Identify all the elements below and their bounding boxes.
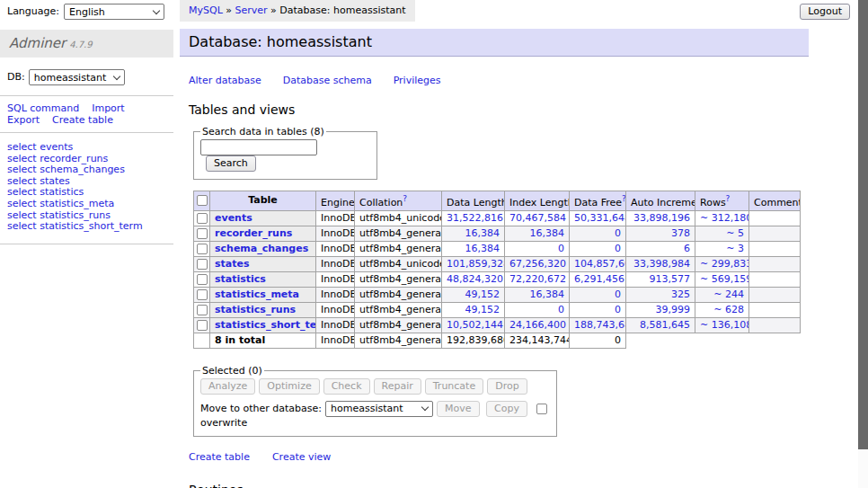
rows-link[interactable]: ~ 3 (726, 243, 744, 254)
data-free-link[interactable]: 0 (615, 304, 621, 315)
rows-link[interactable]: ~ 569,159 (700, 273, 749, 285)
data-free-link[interactable]: 0 (615, 288, 621, 300)
index-length-link[interactable]: 16,384 (530, 227, 565, 239)
rows-link[interactable]: ~ 244 (713, 288, 744, 300)
index-length-link[interactable]: 72,220,672 (509, 273, 566, 285)
sidebar-table-links: select eventsselect recorder_runsselect … (0, 133, 173, 244)
data-free-link[interactable]: 188,743,680 (574, 319, 626, 331)
index-length-link[interactable]: 24,166,400 (509, 319, 566, 331)
table-name-link[interactable]: statistics_meta (215, 288, 299, 300)
row-checkbox[interactable] (197, 213, 208, 224)
copy-button[interactable]: Copy (486, 401, 527, 417)
total-empty-cell (194, 333, 210, 348)
select-all-checkbox[interactable] (197, 195, 208, 206)
truncate-button[interactable]: Truncate (425, 378, 483, 395)
data-length-link[interactable]: 16,384 (465, 243, 500, 254)
rows-link[interactable]: ~ 312,180 (700, 212, 749, 224)
search-input[interactable] (200, 139, 317, 155)
drop-button[interactable]: Drop (487, 378, 527, 395)
sidebar-link-sql-command[interactable]: SQL command (7, 102, 79, 114)
row-checkbox[interactable] (197, 274, 208, 285)
language-select[interactable]: English (64, 4, 164, 20)
row-checkbox[interactable] (197, 289, 208, 300)
index-length-link[interactable]: 0 (558, 304, 564, 315)
row-checkbox[interactable] (197, 320, 208, 331)
row-checkbox[interactable] (197, 244, 208, 254)
move-database-select[interactable]: homeassistant (325, 401, 433, 417)
table-name-cell: recorder_runs (210, 226, 316, 241)
data-length-link[interactable]: 10,502,144 (447, 319, 503, 331)
auto-increment-link[interactable]: 33,398,984 (633, 258, 690, 270)
data-length-link[interactable]: 49,152 (465, 304, 500, 315)
auto-increment-link[interactable]: 378 (671, 227, 690, 239)
data-length-link[interactable]: 101,859,328 (447, 258, 505, 270)
rows-cell: ~ 5 (695, 226, 749, 241)
index-length-link[interactable]: 16,384 (530, 288, 565, 300)
alter-database-link[interactable]: Alter database (189, 75, 261, 86)
create-table-link[interactable]: Create table (189, 451, 250, 463)
table-name-cell: states (210, 256, 316, 271)
rows-link[interactable]: ~ 5 (726, 227, 744, 239)
data-length-link[interactable]: 31,522,816 (447, 212, 503, 224)
data-length-link[interactable]: 48,824,320 (447, 273, 503, 285)
move-button[interactable]: Move (437, 401, 480, 417)
create-view-link[interactable]: Create view (272, 451, 331, 463)
row-checkbox[interactable] (197, 259, 208, 270)
index-length-link[interactable]: 0 (558, 243, 564, 254)
auto-increment-link[interactable]: 6 (684, 243, 690, 254)
sidebar-link-export[interactable]: Export (7, 114, 40, 126)
table-name-link[interactable]: statistics_short_term (215, 319, 316, 331)
vertical-scrollbar[interactable] (858, 0, 868, 488)
column-help-link[interactable]: ? (726, 194, 731, 203)
sidebar-link-import[interactable]: Import (92, 102, 125, 114)
data-free-link[interactable]: 0 (615, 227, 621, 239)
engine-cell: InnoDB (316, 210, 355, 226)
column-help-link[interactable]: ? (622, 194, 625, 203)
data-free-link[interactable]: 104,857,600 (574, 258, 626, 270)
index-length-link[interactable]: 67,256,320 (509, 258, 566, 270)
breadcrumb-server-link[interactable]: Server (235, 4, 268, 16)
column-help-link[interactable]: ? (403, 194, 407, 203)
auto-increment-link[interactable]: 39,999 (656, 304, 691, 315)
table-name-link[interactable]: statistics_runs (215, 304, 296, 315)
rows-link[interactable]: ~ 628 (713, 304, 744, 315)
scrollbar-thumb[interactable] (858, 0, 868, 449)
sidebar-select-link[interactable]: select events (7, 142, 173, 154)
data-length-link[interactable]: 49,152 (465, 288, 500, 300)
database-schema-link[interactable]: Database schema (283, 75, 372, 86)
sidebar-link-create-table[interactable]: Create table (52, 114, 113, 126)
db-select[interactable]: homeassistant (29, 69, 125, 85)
sidebar-select-link[interactable]: select schema_changes (7, 164, 173, 176)
index-length-link[interactable]: 70,467,584 (509, 212, 566, 224)
rows-link[interactable]: ~ 136,108 (700, 319, 749, 331)
table-name-link[interactable]: schema_changes (215, 243, 308, 254)
repair-button[interactable]: Repair (374, 378, 421, 395)
privileges-link[interactable]: Privileges (394, 75, 441, 86)
check-button[interactable]: Check (323, 378, 370, 395)
row-checkbox[interactable] (197, 305, 208, 315)
analyze-button[interactable]: Analyze (200, 378, 255, 395)
sidebar-select-link[interactable]: select statistics_meta (7, 199, 173, 210)
optimize-button[interactable]: Optimize (259, 378, 319, 395)
data-free-link[interactable]: 50,331,648 (574, 212, 626, 224)
table-name-link[interactable]: events (215, 212, 252, 224)
table-name-link[interactable]: recorder_runs (215, 227, 292, 239)
auto-increment-link[interactable]: 325 (671, 288, 690, 300)
breadcrumb-mysql-link[interactable]: MySQL (189, 4, 223, 16)
rows-link[interactable]: ~ 299,833 (700, 258, 749, 270)
data-free-link[interactable]: 0 (615, 243, 621, 254)
table-name-link[interactable]: states (215, 258, 250, 270)
search-button[interactable]: Search (206, 155, 256, 172)
auto-increment-link[interactable]: 913,577 (650, 273, 691, 285)
sidebar-select-link[interactable]: select statistics_short_term (7, 221, 173, 233)
data-free-link[interactable]: 6,291,456 (574, 273, 624, 285)
row-checkbox[interactable] (197, 228, 208, 239)
help-sup: ? (622, 193, 625, 203)
overwrite-checkbox[interactable] (536, 404, 547, 414)
data-length-link[interactable]: 16,384 (465, 227, 500, 239)
row-checkbox-cell (194, 226, 210, 241)
db-selector-row: DB: homeassistant (0, 58, 173, 95)
auto-increment-link[interactable]: 8,581,645 (640, 319, 690, 331)
table-name-link[interactable]: statistics (215, 273, 266, 285)
auto-increment-link[interactable]: 33,898,196 (633, 212, 690, 224)
